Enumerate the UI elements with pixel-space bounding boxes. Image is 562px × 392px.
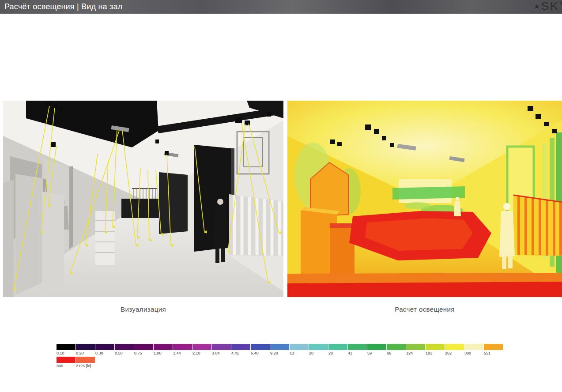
- false-color-legend: 0.100.200.300.500.751.001.442.103.044.41…: [57, 344, 503, 368]
- legend-swatch: [173, 344, 192, 350]
- slide: Расчёт освещения | Вид на зал ★ SKY: [0, 0, 562, 392]
- legend-value-label: 1.44: [173, 351, 192, 355]
- legend-cell: 0.75: [134, 344, 154, 355]
- legend-cell: 20: [309, 344, 328, 355]
- logo-text: SKY: [541, 0, 562, 14]
- legend-cell: 1.44: [173, 344, 192, 355]
- legend-cell: 0.50: [115, 344, 134, 355]
- legend-swatch: [57, 357, 76, 363]
- legend-row-2: 8002125 [lx]: [57, 357, 503, 368]
- legend-value-label: 0.75: [134, 351, 154, 355]
- visualization-image: [3, 101, 283, 297]
- legend-value-label: 0.50: [115, 351, 134, 355]
- legend-swatch: [484, 344, 503, 350]
- legend-value-label: 2.10: [192, 351, 212, 355]
- calculation-figure: Расчет освещения: [287, 101, 562, 313]
- legend-value-label: 0.20: [76, 351, 95, 355]
- legend-cell: 0.30: [95, 344, 115, 355]
- legend-swatch: [406, 344, 426, 350]
- sky-logo: ★ SKY: [533, 0, 562, 14]
- legend-swatch: [76, 357, 95, 363]
- legend-value-label: 59: [367, 351, 387, 355]
- legend-swatch: [212, 344, 231, 350]
- legend-swatch: [95, 344, 115, 350]
- legend-swatch: [134, 344, 154, 350]
- legend-value-label: 2125 [lx]: [76, 364, 95, 368]
- legend-swatch: [76, 344, 95, 350]
- legend-cell: 59: [367, 344, 387, 355]
- legend-value-label: 262: [445, 351, 464, 355]
- legend-cell: 181: [426, 344, 445, 355]
- legend-value-label: 20: [309, 351, 328, 355]
- legend-swatch: [426, 344, 445, 350]
- visualization-figure: Визуализация: [3, 101, 283, 313]
- legend-cell: 551: [484, 344, 503, 355]
- legend-cell: 13: [290, 344, 309, 355]
- slatted-shelf-right: [229, 194, 283, 256]
- calculation-caption: Расчет освещения: [287, 305, 562, 313]
- legend-swatch: [290, 344, 309, 350]
- legend-swatch: [154, 344, 173, 350]
- legend-cell: 380: [464, 344, 484, 355]
- legend-swatch: [270, 344, 290, 350]
- legend-cell: 2.10: [192, 344, 212, 355]
- legend-swatch: [348, 344, 367, 350]
- legend-value-label: 13: [290, 351, 309, 355]
- legend-value-label: 6.40: [251, 351, 270, 355]
- legend-value-label: 0.10: [57, 351, 76, 355]
- legend-cell: 4.41: [231, 344, 251, 355]
- legend-cell: 124: [406, 344, 426, 355]
- legend-swatch: [445, 344, 464, 350]
- legend-row-1: 0.100.200.300.500.751.001.442.103.044.41…: [57, 344, 503, 355]
- legend-cell: 6.40: [251, 344, 270, 355]
- false-color-image: [287, 101, 562, 297]
- visualization-caption: Визуализация: [3, 305, 283, 313]
- legend-value-label: 3.04: [212, 351, 231, 355]
- legend-cell: 1.00: [154, 344, 173, 355]
- legend-value-label: 124: [406, 351, 426, 355]
- legend-swatch: [192, 344, 212, 350]
- legend-swatch: [57, 344, 76, 350]
- star-icon: ★: [533, 2, 540, 11]
- legend-swatch: [387, 344, 406, 350]
- legend-cell: 28: [328, 344, 348, 355]
- legend-value-label: 181: [426, 351, 445, 355]
- legend-cell: 2125 [lx]: [76, 357, 95, 368]
- reception-desk: [121, 199, 159, 221]
- legend-value-label: 551: [484, 351, 503, 355]
- legend-value-label: 4.41: [231, 351, 251, 355]
- legend-value-label: 0.30: [95, 351, 115, 355]
- false-color-scene: [287, 101, 562, 297]
- legend-cell: 262: [445, 344, 464, 355]
- legend-value-label: 9.28: [270, 351, 290, 355]
- legend-cell: 3.04: [212, 344, 231, 355]
- legend-cell: 41: [348, 344, 367, 355]
- legend-swatch: [231, 344, 251, 350]
- slatted-shelf-right: [513, 195, 562, 256]
- legend-cell: 0.10: [57, 344, 76, 355]
- visualization-scene: [3, 101, 283, 297]
- legend-swatch: [464, 344, 484, 350]
- legend-value-label: 1.00: [154, 351, 173, 355]
- legend-value-label: 28: [328, 351, 348, 355]
- legend-cell: 800: [57, 357, 76, 368]
- legend-swatch: [367, 344, 387, 350]
- legend-swatch: [328, 344, 348, 350]
- page-title: Расчёт освещения | Вид на зал: [0, 2, 122, 11]
- title-bar: Расчёт освещения | Вид на зал ★ SKY: [0, 0, 562, 14]
- legend-value-label: 380: [464, 351, 484, 355]
- legend-cell: 0.20: [76, 344, 95, 355]
- legend-value-label: 86: [387, 351, 406, 355]
- legend-cell: 86: [387, 344, 406, 355]
- legend-cell: 9.28: [270, 344, 290, 355]
- legend-value-label: 800: [57, 364, 76, 368]
- legend-swatch: [115, 344, 134, 350]
- legend-swatch: [309, 344, 328, 350]
- legend-swatch: [251, 344, 270, 350]
- legend-value-label: 41: [348, 351, 367, 355]
